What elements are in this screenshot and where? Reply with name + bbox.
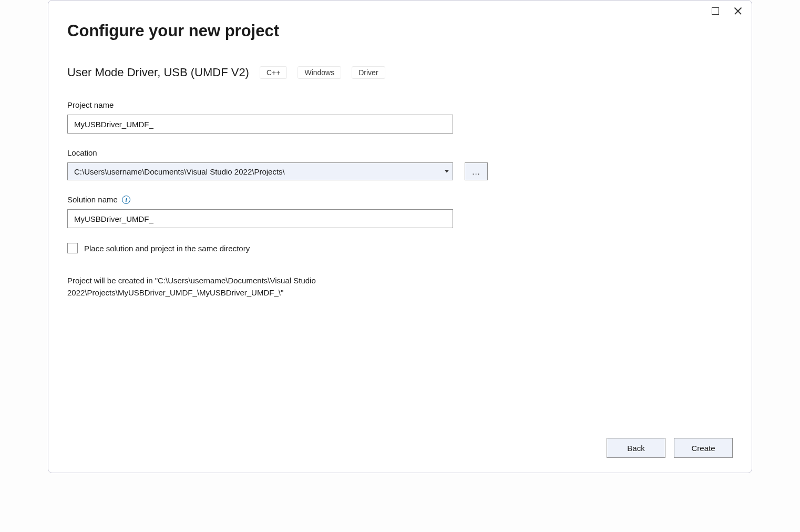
maximize-icon[interactable] (712, 7, 719, 15)
same-directory-checkbox[interactable] (67, 243, 78, 253)
creation-path-message: Project will be created in "C:\Users\use… (67, 274, 456, 299)
location-input[interactable] (67, 162, 453, 180)
solution-name-field: Solution name i (67, 195, 733, 228)
template-tag: C++ (260, 66, 287, 79)
info-icon[interactable]: i (122, 196, 130, 204)
template-header-row: User Mode Driver, USB (UMDF V2) C++ Wind… (67, 66, 733, 79)
same-directory-label: Place solution and project in the same d… (84, 244, 250, 253)
same-directory-checkbox-row[interactable]: Place solution and project in the same d… (67, 243, 733, 253)
location-row: ... (67, 162, 733, 180)
dialog-content: Configure your new project User Mode Dri… (48, 1, 752, 299)
browse-button[interactable]: ... (465, 162, 488, 180)
create-button[interactable]: Create (674, 438, 733, 458)
window-controls (712, 7, 742, 15)
location-combo[interactable] (67, 162, 453, 180)
project-name-input[interactable] (67, 115, 453, 134)
page-title: Configure your new project (67, 22, 733, 40)
close-icon[interactable] (734, 7, 742, 15)
template-tag: Driver (352, 66, 385, 79)
solution-name-input[interactable] (67, 209, 453, 228)
solution-name-label-text: Solution name (67, 195, 118, 204)
solution-name-label: Solution name i (67, 195, 733, 204)
location-label: Location (67, 148, 733, 157)
location-field: Location ... (67, 148, 733, 180)
footer-buttons: Back Create (607, 438, 733, 458)
template-tag: Windows (298, 66, 341, 79)
project-name-label: Project name (67, 100, 733, 109)
project-name-field: Project name (67, 100, 733, 134)
back-button[interactable]: Back (607, 438, 665, 458)
template-name: User Mode Driver, USB (UMDF V2) (67, 66, 249, 79)
configure-project-dialog: Configure your new project User Mode Dri… (48, 0, 752, 473)
